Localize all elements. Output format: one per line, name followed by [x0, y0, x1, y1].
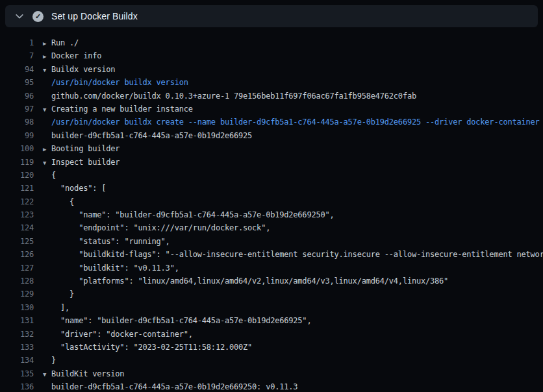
- log-line: 128 "platforms": "linux/amd64,linux/amd6…: [0, 275, 543, 288]
- line-number[interactable]: 133: [0, 341, 34, 354]
- line-text: BuildKit version: [51, 367, 124, 380]
- log-group-line[interactable]: 97▼Creating a new builder instance: [0, 103, 543, 116]
- log-line: 134}: [0, 354, 543, 367]
- line-number[interactable]: 126: [0, 248, 34, 261]
- log-group-line[interactable]: 7▶Docker info: [0, 49, 543, 62]
- log-line: 121 "nodes": [: [0, 182, 543, 195]
- line-number[interactable]: 119: [0, 156, 34, 169]
- line-text: {: [51, 169, 56, 182]
- line-number[interactable]: 125: [0, 235, 34, 248]
- line-text: /usr/bin/docker buildx version: [51, 76, 188, 89]
- log-line: 99builder-d9cfb5a1-c764-445a-a57e-0b19d2…: [0, 129, 543, 142]
- triangle-right-icon[interactable]: ▶: [43, 50, 51, 63]
- log-group-line[interactable]: 1▶Run ./: [0, 36, 543, 49]
- line-text: "buildkitd-flags": "--allow-insecure-ent…: [51, 248, 543, 261]
- line-text: "buildkit": "v0.11.3",: [51, 262, 179, 275]
- line-text: Docker info: [51, 49, 101, 62]
- line-text: Booting builder: [51, 142, 120, 155]
- log-line: 127 "buildkit": "v0.11.3",: [0, 262, 543, 275]
- triangle-right-icon[interactable]: ▶: [43, 37, 51, 50]
- log-line: 120{: [0, 169, 543, 182]
- line-number[interactable]: 127: [0, 262, 34, 275]
- line-number[interactable]: 95: [0, 76, 34, 89]
- log-group-line[interactable]: 135▼BuildKit version: [0, 367, 543, 380]
- triangle-down-icon[interactable]: ▼: [43, 64, 51, 77]
- line-number[interactable]: 124: [0, 221, 34, 234]
- line-text: "lastActivity": "2023-02-25T11:58:12.000…: [51, 341, 252, 354]
- line-text: "nodes": [: [51, 182, 106, 195]
- log-line: 132 "driver": "docker-container",: [0, 328, 543, 341]
- log-group-line[interactable]: 100▶Booting builder: [0, 142, 543, 155]
- line-text: /usr/bin/docker buildx create --name bui…: [51, 116, 540, 129]
- line-number[interactable]: 96: [0, 90, 34, 103]
- log-line: 125 "status": "running",: [0, 235, 543, 248]
- log-line: 122 {: [0, 195, 543, 208]
- check-circle-icon: ✓: [32, 11, 44, 22]
- line-number[interactable]: 97: [0, 103, 34, 116]
- line-number[interactable]: 132: [0, 328, 34, 341]
- line-number[interactable]: 98: [0, 116, 34, 129]
- triangle-right-icon[interactable]: ▶: [43, 143, 51, 156]
- line-number[interactable]: 128: [0, 275, 34, 288]
- log-line: 130 ],: [0, 301, 543, 314]
- line-text: builder-d9cfb5a1-c764-445a-a57e-0b19d2e6…: [51, 129, 252, 142]
- line-number[interactable]: 94: [0, 63, 34, 76]
- log-line: 98/usr/bin/docker buildx create --name b…: [0, 116, 543, 129]
- log-output: 1▶Run ./7▶Docker info94▼Buildx version95…: [0, 36, 543, 392]
- line-number[interactable]: 131: [0, 314, 34, 327]
- log-line: 129 }: [0, 288, 543, 300]
- line-number[interactable]: 1: [0, 36, 34, 49]
- triangle-down-icon[interactable]: ▼: [43, 103, 51, 116]
- line-text: "endpoint": "unix:///var/run/docker.sock…: [51, 221, 270, 234]
- line-number[interactable]: 100: [0, 142, 34, 155]
- line-number[interactable]: 7: [0, 49, 34, 62]
- line-number[interactable]: 99: [0, 129, 34, 142]
- log-line: 131 "name": "builder-d9cfb5a1-c764-445a-…: [0, 314, 543, 327]
- line-text: github.com/docker/buildx 0.10.3+azure-1 …: [51, 90, 416, 103]
- line-number[interactable]: 121: [0, 182, 34, 195]
- line-text: Buildx version: [51, 63, 115, 76]
- triangle-down-icon[interactable]: ▼: [43, 156, 51, 169]
- log-group-line[interactable]: 94▼Buildx version: [0, 63, 543, 76]
- line-number[interactable]: 120: [0, 169, 34, 182]
- log-line: 96github.com/docker/buildx 0.10.3+azure-…: [0, 90, 543, 103]
- log-line: 133 "lastActivity": "2023-02-25T11:58:12…: [0, 341, 543, 354]
- line-number[interactable]: 136: [0, 380, 34, 392]
- line-text: "status": "running",: [51, 235, 170, 248]
- log-line: 123 "name": "builder-d9cfb5a1-c764-445a-…: [0, 208, 543, 221]
- line-text: }: [51, 354, 56, 367]
- line-number[interactable]: 123: [0, 208, 34, 221]
- step-title: Set up Docker Buildx: [51, 11, 138, 21]
- line-text: "platforms": "linux/amd64,linux/amd64/v2…: [51, 275, 448, 288]
- triangle-down-icon[interactable]: ▼: [43, 368, 51, 381]
- chevron-down-icon[interactable]: [14, 11, 25, 21]
- line-text: Run ./: [51, 36, 79, 49]
- line-number[interactable]: 135: [0, 367, 34, 380]
- log-line: 95/usr/bin/docker buildx version: [0, 76, 543, 89]
- line-text: ],: [51, 301, 69, 314]
- log-line: 136builder-d9cfb5a1-c764-445a-a57e-0b19d…: [0, 380, 543, 392]
- log-group-line[interactable]: 119▼Inspect builder: [0, 156, 543, 169]
- line-text: Inspect builder: [51, 156, 120, 169]
- step-header[interactable]: ✓ Set up Docker Buildx: [5, 5, 538, 27]
- line-text: "driver": "docker-container",: [51, 328, 193, 341]
- line-text: "name": "builder-d9cfb5a1-c764-445a-a57e…: [51, 314, 311, 327]
- log-line: 124 "endpoint": "unix:///var/run/docker.…: [0, 221, 543, 234]
- line-text: Creating a new builder instance: [51, 103, 193, 116]
- line-number[interactable]: 129: [0, 288, 34, 300]
- log-line: 126 "buildkitd-flags": "--allow-insecure…: [0, 248, 543, 261]
- line-text: "name": "builder-d9cfb5a1-c764-445a-a57e…: [51, 208, 335, 221]
- line-text: builder-d9cfb5a1-c764-445a-a57e-0b19d2e6…: [51, 380, 297, 392]
- line-number[interactable]: 134: [0, 354, 34, 367]
- line-number[interactable]: 130: [0, 301, 34, 314]
- line-number[interactable]: 122: [0, 195, 34, 208]
- line-text: }: [51, 288, 74, 300]
- line-text: {: [51, 195, 74, 208]
